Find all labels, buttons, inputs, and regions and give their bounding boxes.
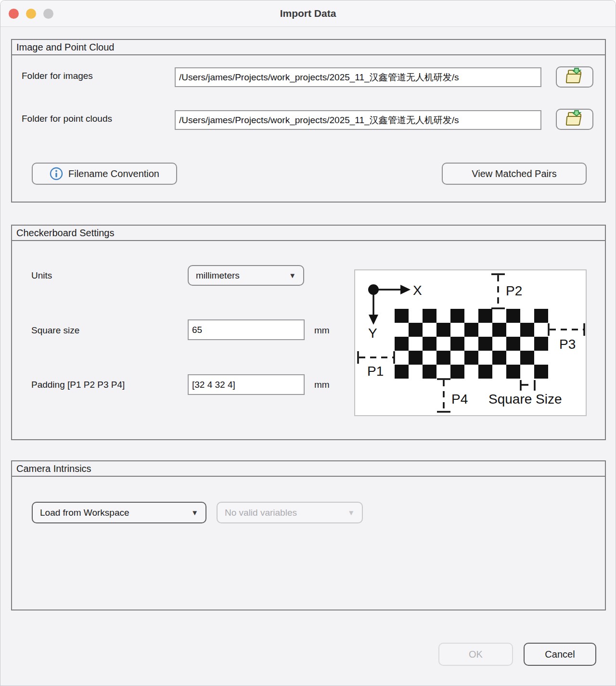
folder-for-point-clouds-label: Folder for point clouds <box>22 114 112 124</box>
units-dropdown[interactable]: millimeters ▼ <box>188 265 304 286</box>
p2-label: P2 <box>506 283 522 298</box>
folder-for-point-clouds-input[interactable] <box>175 110 541 130</box>
padding-unit-label: mm <box>314 380 330 390</box>
y-axis-label: Y <box>368 326 377 341</box>
cancel-button-label: Cancel <box>545 649 575 660</box>
chevron-down-icon: ▼ <box>191 508 198 517</box>
view-matched-pairs-button[interactable]: View Matched Pairs <box>442 163 587 185</box>
section-title: Checkerboard Settings <box>12 226 605 241</box>
open-folder-icon <box>565 68 584 87</box>
import-data-dialog: Import Data Image and Point Cloud Folder… <box>0 0 616 686</box>
checkerboard-squares <box>395 309 548 379</box>
window-title: Import Data <box>280 8 336 19</box>
x-axis-label: X <box>413 283 422 298</box>
chevron-down-icon: ▼ <box>289 271 296 279</box>
padding-label: Padding [P1 P2 P3 P4] <box>31 380 125 390</box>
zoom-window-button[interactable] <box>43 9 53 19</box>
view-matched-pairs-label: View Matched Pairs <box>472 168 556 179</box>
intrinsics-variable-value: No valid variables <box>225 508 297 518</box>
square-size-label: Square size <box>31 325 79 336</box>
cancel-button[interactable]: Cancel <box>524 643 596 666</box>
square-size-input[interactable] <box>188 319 305 340</box>
browse-point-clouds-button[interactable] <box>556 109 593 130</box>
minimize-window-button[interactable] <box>26 9 36 19</box>
section-checkerboard-settings: Checkerboard Settings Units millimeters … <box>11 225 606 440</box>
browse-images-button[interactable] <box>556 66 593 88</box>
folder-for-images-label: Folder for images <box>22 71 93 81</box>
intrinsics-source-dropdown[interactable]: Load from Workspace ▼ <box>32 502 206 523</box>
intrinsics-variable-dropdown: No valid variables ▼ <box>217 502 363 523</box>
info-icon <box>50 167 63 180</box>
filename-convention-label: Filename Convention <box>68 168 159 179</box>
p1-label: P1 <box>367 364 384 379</box>
units-value: millimeters <box>196 270 240 281</box>
ok-button: OK <box>438 643 513 666</box>
open-folder-icon <box>565 110 584 129</box>
section-title: Camera Intrinsics <box>12 461 605 477</box>
padding-input[interactable] <box>188 374 305 395</box>
chevron-down-icon: ▼ <box>347 508 355 517</box>
intrinsics-source-value: Load from Workspace <box>40 508 129 518</box>
square-size-diagram-label: Square Size <box>488 392 562 407</box>
checkerboard-diagram-svg: X Y P2 P3 P1 <box>355 270 586 415</box>
section-image-point-cloud: Image and Point Cloud Folder for images … <box>11 39 606 203</box>
ok-button-label: OK <box>469 649 483 660</box>
section-camera-intrinsics: Camera Intrinsics Load from Workspace ▼ … <box>11 460 606 610</box>
filename-convention-button[interactable]: Filename Convention <box>32 163 177 185</box>
close-window-button[interactable] <box>9 9 19 19</box>
section-title: Image and Point Cloud <box>12 40 605 55</box>
p3-label: P3 <box>559 337 576 352</box>
folder-for-images-input[interactable] <box>175 67 541 87</box>
title-bar: Import Data <box>0 0 616 27</box>
square-size-unit-label: mm <box>314 325 330 336</box>
checkerboard-diagram: X Y P2 P3 P1 <box>354 269 587 416</box>
units-label: Units <box>31 270 52 281</box>
p4-label: P4 <box>451 392 468 407</box>
